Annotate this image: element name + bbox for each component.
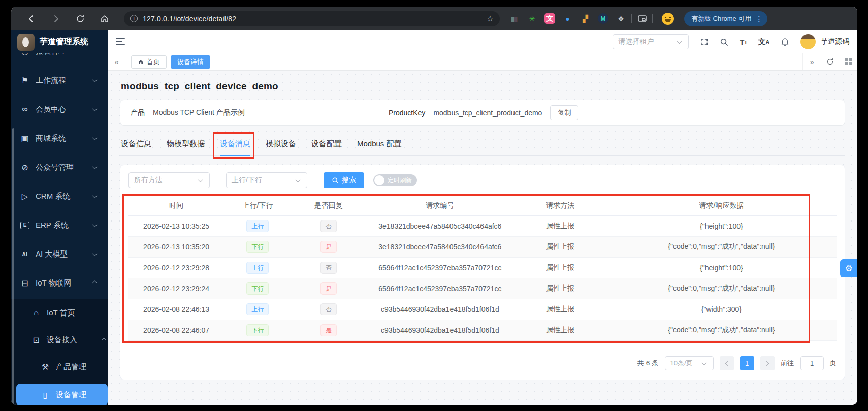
direction-select[interactable]: 上行/下行 (226, 172, 307, 188)
sidebar-item-product-management[interactable]: ⚒产品管理 (11, 357, 108, 377)
column-header: 是否回复 (292, 201, 366, 210)
address-bar[interactable]: i 127.0.0.1/iot/device/detail/82 ☆ (124, 11, 500, 26)
table-row: 2026-02-08 22:46:13上行否c93b5446930f42dba1… (128, 299, 837, 320)
goto-page-input[interactable] (800, 356, 824, 370)
sidebar-item-device-management[interactable]: ▯设备管理 (16, 384, 108, 405)
device-title: modbus_tcp_client_device_demo (121, 81, 845, 92)
tab-device-config[interactable]: 设备配置 (311, 139, 342, 149)
forward-icon[interactable] (51, 14, 61, 24)
sidebar-item-iot[interactable]: ⊟IoT 物联网 (18, 273, 101, 293)
page-content: modbus_tcp_client_device_demo 产品 Modbus … (108, 71, 857, 405)
status-badge: 否 (320, 220, 337, 232)
sidebar-item-wechat-mp[interactable]: ⊘公众号管理 (18, 157, 101, 177)
method-select[interactable]: 所有方法 (128, 172, 210, 188)
screenshot-tool-icon[interactable] (637, 14, 647, 24)
prev-page-button[interactable] (720, 356, 734, 370)
status-badge: 下行 (246, 324, 269, 336)
app-logo-row[interactable]: 芋道管理系统 (11, 30, 108, 53)
home-icon[interactable] (100, 14, 110, 24)
cell-direction: 下行 (224, 241, 291, 253)
cell-reply: 否 (292, 262, 366, 274)
status-badge: 否 (320, 303, 337, 315)
sidebar: 芋道管理系统 ◷报表管理⚑工作流程∞会员中心▣商城系统⊘公众号管理▷CRM 系统… (11, 30, 108, 405)
table-row: 2026-02-13 10:35:25上行否3e18321dbcee47a584… (128, 216, 837, 237)
collapse-menu-icon[interactable] (116, 38, 125, 45)
total-count: 共 6 条 (637, 359, 658, 368)
reload-icon[interactable] (75, 14, 85, 24)
chevron-down-icon (92, 193, 98, 198)
site-info-icon[interactable]: i (130, 15, 138, 22)
detail-tabs: 设备信息物模型数据设备消息模拟设备设备配置Modbus 配置 (120, 139, 845, 156)
official-account-icon: ⊘ (20, 163, 29, 172)
tab-device-messages[interactable]: 设备消息 (220, 139, 250, 149)
browser-window: i 127.0.0.1/iot/device/detail/82 ☆ ▦✳文●▞… (11, 7, 857, 405)
translate-extension-icon[interactable]: 文 (544, 13, 555, 24)
status-badge: 上行 (246, 220, 269, 232)
puzzle-extensions-icon[interactable]: ❖ (616, 13, 626, 24)
search-icon[interactable] (720, 38, 728, 46)
back-icon[interactable] (26, 14, 37, 24)
notification-bell-icon[interactable] (781, 38, 789, 46)
apps-grid-extension-icon[interactable]: ▦ (509, 13, 520, 24)
page-tag-0[interactable]: 首页 (131, 55, 167, 69)
sidebar-item-member-center[interactable]: ∞会员中心 (18, 99, 101, 119)
sidebar-item-ai[interactable]: AIAI 大模型 (18, 244, 101, 264)
chevron-up-icon (92, 280, 98, 286)
device-phone-icon: ▯ (41, 390, 50, 400)
status-badge: 上行 (246, 262, 269, 274)
username: 芋道源码 (821, 37, 849, 46)
refresh-page-icon[interactable] (821, 53, 839, 70)
tab-simulate-device[interactable]: 模拟设备 (266, 139, 296, 149)
sidebar-item-iot-home[interactable]: ⌂IoT 首页 (11, 303, 108, 323)
next-page-button[interactable] (760, 356, 775, 370)
iot-submenu: ⌂IoT 首页⊡设备接入⚒产品管理▯设备管理 (11, 299, 108, 405)
sidebar-item-label: 公众号管理 (36, 163, 74, 172)
page-1-button[interactable]: 1 (740, 356, 754, 370)
page-unit-label: 页 (830, 359, 837, 368)
sidebar-scrollbar[interactable] (12, 128, 14, 405)
auto-refresh-toggle[interactable]: 定时刷新 (373, 174, 417, 186)
cell-time: 2026-02-13 10:35:25 (128, 222, 224, 230)
chrome-update-button[interactable]: 有新版 Chrome 可用 ⋮ (684, 11, 767, 26)
extension-icons: ▦✳文●▞M❖ (509, 13, 626, 24)
cell-data: {"width":300} (606, 305, 837, 313)
broom-extension-icon[interactable]: ▞ (580, 13, 591, 24)
tab-modbus-config[interactable]: Modbus 配置 (357, 139, 402, 149)
scroll-tags-right-icon[interactable]: » (802, 53, 821, 70)
fullscreen-icon[interactable] (700, 38, 709, 46)
tab-thing-model-data[interactable]: 物模型数据 (167, 139, 205, 149)
profile-avatar-icon[interactable] (662, 13, 674, 25)
font-size-icon[interactable]: Tт (740, 38, 747, 46)
user-avatar[interactable] (800, 34, 816, 49)
cell-direction: 上行 (224, 303, 291, 315)
cell-method: 属性上报 (515, 263, 606, 272)
sidebar-item-label: AI 大模型 (36, 249, 68, 259)
screen-background: i 127.0.0.1/iot/device/detail/82 ☆ ▦✳文●▞… (0, 0, 868, 411)
search-button[interactable]: 搜索 (324, 172, 364, 188)
scroll-tags-left-icon[interactable]: « (108, 53, 126, 70)
status-badge: 否 (320, 262, 337, 274)
cell-method: 属性上报 (515, 242, 606, 251)
copy-button[interactable]: 复制 (550, 105, 578, 120)
tab-device-info[interactable]: 设备信息 (121, 139, 151, 149)
theme-settings-button[interactable]: ⚙ (840, 259, 857, 277)
green-star-extension-icon[interactable]: ✳ (527, 13, 537, 24)
sidebar-item-device-access[interactable]: ⊡设备接入 (11, 330, 108, 350)
pin-extension-icon[interactable]: ● (562, 13, 573, 24)
message-table: 时间上行/下行是否回复请求编号请求方法请求/响应数据2026-02-13 10:… (128, 196, 837, 341)
locale-icon[interactable]: 文A (758, 37, 769, 47)
sidebar-item-label: 会员中心 (36, 105, 66, 114)
tenant-select[interactable]: 请选择租户 (613, 34, 689, 49)
tag-bar: « 首页设备详情 » (108, 53, 857, 71)
m-extension-icon[interactable]: M (598, 13, 608, 24)
page-size-select[interactable]: 10条/页 (665, 356, 714, 370)
bookmark-star-icon[interactable]: ☆ (487, 14, 494, 23)
browser-menu-icon[interactable]: ⋮ (755, 15, 762, 23)
sidebar-item-mall[interactable]: ▣商城系统 (18, 128, 101, 148)
layout-grid-icon[interactable] (839, 53, 857, 70)
app-logo (17, 34, 35, 51)
sidebar-item-crm[interactable]: ▷CRM 系统 (18, 186, 101, 206)
page-tag-1[interactable]: 设备详情 (171, 55, 210, 69)
sidebar-item-workflow[interactable]: ⚑工作流程 (18, 70, 101, 90)
sidebar-item-erp[interactable]: EERP 系统 (18, 215, 101, 235)
